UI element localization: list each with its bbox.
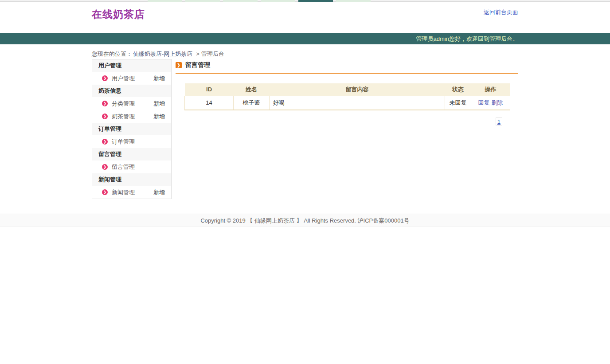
tab-users[interactable]: 用 户 [185, 0, 220, 2]
page-number-1[interactable]: 1 [496, 117, 502, 125]
cell-id: 14 [185, 96, 234, 110]
cell-content: 好喝 [269, 96, 445, 110]
sidebar-item-news-management[interactable]: ❯ 新闻管理 新增 [92, 186, 171, 199]
copyright-text: Copyright © 2019 【 仙缘网上奶茶店 】 All Rights … [200, 217, 409, 224]
sidebar-section-users: 用户管理 [92, 59, 171, 72]
tab-news[interactable]: 新 闻 [336, 0, 371, 2]
site-logo: 在线奶茶店 [92, 8, 145, 21]
sidebar-item-label[interactable]: 留言管理 [112, 163, 165, 171]
tab-home[interactable]: 首 页 [148, 0, 182, 2]
welcome-message: 管理员admin您好，欢迎回到管理后台。 [416, 33, 518, 44]
tab-messages[interactable]: 留 言 [298, 0, 333, 2]
sidebar-item-order-management[interactable]: ❯ 订单管理 [92, 135, 171, 148]
add-new-link[interactable]: 新增 [153, 188, 165, 196]
sidebar-item-label[interactable]: 订单管理 [112, 138, 165, 146]
chevron-right-icon: ❯ [102, 75, 108, 81]
site-header: 在线奶茶店 返回前台页面 首 页 用 户 奶 茶 订 单 留 言 新 闻 [0, 2, 610, 33]
cell-status: 未回复 [445, 96, 471, 110]
add-new-link[interactable]: 新增 [153, 100, 165, 108]
sidebar-item-label[interactable]: 新闻管理 [112, 188, 153, 196]
table-header-row: ID 姓名 留言内容 状态 操作 [185, 83, 510, 96]
add-new-link[interactable]: 新增 [153, 113, 165, 121]
main-panel: ❯ 留言管理 ID 姓名 留言内容 状态 操作 [176, 59, 518, 125]
breadcrumb-prefix: 您现在的位置： [92, 51, 132, 57]
chevron-right-icon: ❯ [102, 139, 108, 145]
message-table: ID 姓名 留言内容 状态 操作 14 桃子酱 好喝 未回复 [184, 83, 510, 110]
col-header-content: 留言内容 [269, 83, 445, 96]
table-row: 14 桃子酱 好喝 未回复 回复删除 [185, 96, 510, 110]
sidebar-section-orders: 订单管理 [92, 123, 171, 135]
col-header-id: ID [185, 83, 234, 96]
col-header-name: 姓名 [234, 83, 270, 96]
sidebar-item-message-management[interactable]: ❯ 留言管理 [92, 160, 171, 173]
sidebar-item-user-management[interactable]: ❯ 用户管理 新增 [92, 72, 171, 85]
reply-link[interactable]: 回复 [478, 99, 489, 106]
sidebar-item-label[interactable]: 用户管理 [112, 74, 153, 82]
sidebar-item-milktea-management[interactable]: ❯ 奶茶管理 新增 [92, 110, 171, 123]
sidebar-item-label[interactable]: 分类管理 [112, 100, 153, 108]
title-divider [176, 73, 518, 74]
page-title: 留言管理 [185, 61, 210, 69]
breadcrumb-site-link[interactable]: 仙缘奶茶店-网上奶茶店 [133, 51, 192, 57]
sidebar-section-messages: 留言管理 [92, 148, 171, 160]
chevron-right-icon: ❯ [102, 101, 108, 106]
add-new-link[interactable]: 新增 [153, 74, 165, 82]
delete-link[interactable]: 删除 [491, 99, 503, 106]
col-header-status: 状态 [445, 83, 471, 96]
breadcrumb-current: 管理后台 [201, 51, 224, 57]
chevron-right-icon: ❯ [102, 189, 108, 195]
cell-name: 桃子酱 [234, 96, 270, 110]
cell-actions: 回复删除 [471, 96, 510, 110]
breadcrumb-separator: > [196, 51, 199, 57]
sidebar-item-label[interactable]: 奶茶管理 [112, 113, 153, 121]
sidebar-section-milktea: 奶茶信息 [92, 85, 171, 97]
col-header-actions: 操作 [471, 83, 510, 96]
orange-chevron-icon: ❯ [176, 62, 182, 68]
chevron-right-icon: ❯ [102, 114, 108, 119]
main-nav: 首 页 用 户 奶 茶 订 单 留 言 新 闻 [148, 0, 374, 2]
sidebar-item-category-management[interactable]: ❯ 分类管理 新增 [92, 97, 171, 110]
tab-orders[interactable]: 订 单 [261, 0, 295, 2]
sidebar: 用户管理 ❯ 用户管理 新增 奶茶信息 ❯ 分类管理 新增 ❯ 奶茶管理 新增 … [92, 59, 172, 199]
admin-bar: 管理员admin您好，欢迎回到管理后台。 [0, 33, 610, 44]
sidebar-section-news: 新闻管理 [92, 173, 171, 186]
breadcrumb: 您现在的位置：仙缘奶茶店-网上奶茶店>管理后台 [92, 44, 518, 58]
footer: Copyright © 2019 【 仙缘网上奶茶店 】 All Rights … [0, 214, 610, 227]
back-to-front-link[interactable]: 返回前台页面 [484, 8, 518, 16]
pagination: 1 [184, 117, 502, 125]
chevron-right-icon: ❯ [102, 164, 108, 170]
tab-milktea[interactable]: 奶 茶 [223, 0, 258, 2]
